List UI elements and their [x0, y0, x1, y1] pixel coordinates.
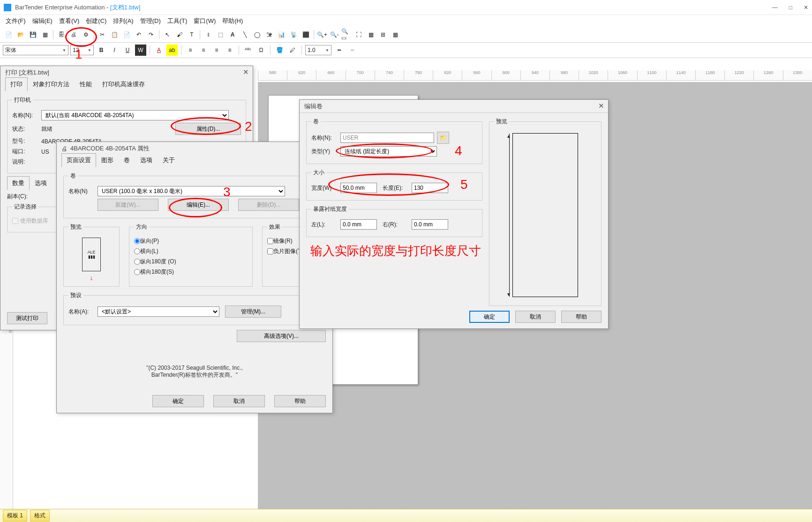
justify-icon[interactable]: ≡ — [224, 45, 235, 56]
editroll-browse-button[interactable]: 📁 — [437, 132, 449, 144]
right-input[interactable] — [412, 219, 448, 230]
printer-name-select[interactable]: 默认(当前 4BARCODE 4B-2054TA) — [41, 110, 229, 120]
menu-view[interactable]: 查看(V) — [56, 15, 82, 27]
pointer-icon[interactable]: ↖ — [162, 29, 173, 40]
brush-icon[interactable]: 🖌 — [174, 29, 185, 40]
grid-icon[interactable]: ▦ — [390, 29, 401, 40]
manage-preset-button[interactable]: 管理(M)... — [225, 306, 281, 318]
menu-create[interactable]: 创建(C) — [83, 15, 109, 27]
open-icon[interactable]: 📂 — [15, 29, 26, 40]
inverse-icon[interactable]: W — [135, 45, 146, 56]
align-left-icon[interactable]: ≡ — [185, 45, 196, 56]
roll-close-button[interactable]: ✕ — [598, 102, 604, 110]
menu-file[interactable]: 文件(F) — [3, 15, 29, 27]
roll-ok-button[interactable]: 确定 — [469, 311, 510, 323]
prop-tab-about[interactable]: 关于 — [158, 153, 180, 167]
preview-icon[interactable]: ▦ — [39, 29, 51, 40]
underline-icon[interactable]: U — [122, 45, 133, 56]
prop-ok-button[interactable]: 确定 — [152, 395, 204, 407]
highlight-icon[interactable]: ab — [166, 45, 178, 56]
paste-icon[interactable]: 📄 — [121, 29, 132, 40]
prop-tab-roll[interactable]: 卷 — [119, 153, 135, 167]
prop-tab-page[interactable]: 页面设置 — [61, 153, 96, 167]
text-tool-icon[interactable]: T — [186, 29, 197, 40]
editroll-type-select[interactable]: 连续纸 (固定长度) — [340, 146, 437, 157]
edit-roll-button[interactable]: 编辑(E)... — [168, 199, 229, 211]
line-style-icon[interactable]: ━ — [333, 45, 345, 56]
line-icon[interactable]: ╲ — [239, 29, 250, 40]
format-tab[interactable]: 格式 — [30, 510, 50, 522]
close-button[interactable]: ✕ — [804, 4, 808, 11]
copy-icon[interactable]: 📋 — [109, 29, 120, 40]
undo-icon[interactable]: ↶ — [133, 29, 144, 40]
encode-icon[interactable]: ⬛ — [300, 29, 311, 40]
fill-icon[interactable]: 🪣 — [274, 45, 285, 56]
menu-tools[interactable]: 工具(T) — [165, 15, 190, 27]
print-tab-object[interactable]: 对象打印方法 — [28, 77, 75, 91]
printer-properties-button[interactable]: 属性(D)... — [175, 123, 241, 135]
zoom-out-icon[interactable]: 🔍- — [329, 29, 340, 40]
image-icon[interactable]: 🏜 — [263, 29, 275, 40]
left-input[interactable] — [340, 219, 377, 230]
negative-checkbox[interactable] — [267, 248, 273, 254]
menu-edit[interactable]: 编辑(E) — [30, 15, 55, 27]
redo-icon[interactable]: ↷ — [145, 29, 157, 40]
print-tab-performance[interactable]: 性能 — [75, 77, 97, 91]
cut-icon[interactable]: ✂ — [97, 29, 108, 40]
align-center-icon[interactable]: ≡ — [198, 45, 209, 56]
fit-icon[interactable]: ⛶ — [353, 29, 364, 40]
align-right-icon[interactable]: ≡ — [211, 45, 222, 56]
prop-tab-options[interactable]: 选项 — [135, 153, 158, 167]
antenna-icon[interactable]: 📡 — [288, 29, 299, 40]
template-tab[interactable]: 模板 1 — [3, 510, 27, 522]
symbol-icon[interactable]: Ω — [256, 45, 267, 56]
quantity-tab[interactable]: 数量 — [7, 176, 30, 190]
print-icon[interactable]: 🖨 — [68, 29, 79, 40]
mirror-checkbox[interactable] — [267, 238, 273, 244]
database-icon[interactable]: 🗄 — [56, 29, 67, 40]
font-family-combo[interactable]: 宋体▼ — [3, 45, 68, 55]
snap-icon[interactable]: ⊞ — [377, 29, 389, 40]
menu-help[interactable]: 帮助(H) — [219, 15, 246, 27]
shape-icon[interactable]: ◯ — [251, 29, 263, 40]
print-close-button[interactable]: ✕ — [243, 68, 249, 76]
print-tab-print[interactable]: 打印 — [5, 77, 28, 91]
prop-help-button[interactable]: 帮助 — [274, 395, 326, 407]
zoom-area-icon[interactable]: 🔍▭ — [341, 29, 352, 40]
orient-landscape180[interactable] — [134, 269, 140, 275]
advanced-options-button[interactable]: 高级选项(V)... — [237, 330, 326, 342]
orient-landscape[interactable] — [134, 248, 140, 254]
roll-name-select[interactable]: USER (100.0 毫米 x 180.0 毫米) — [98, 186, 285, 196]
new-icon[interactable]: 📄 — [3, 29, 14, 40]
bold-icon[interactable]: B — [96, 45, 107, 56]
line-color-icon[interactable]: 🖊 — [287, 45, 298, 56]
dash-style-icon[interactable]: ┄ — [346, 45, 358, 56]
maximize-button[interactable]: □ — [789, 4, 792, 11]
chart-icon[interactable]: 📊 — [276, 29, 287, 40]
barcode-icon[interactable]: ⦀ — [203, 29, 214, 40]
zoom-100-icon[interactable]: ▦ — [365, 29, 376, 40]
roll-help-button[interactable]: 帮助 — [561, 311, 601, 323]
font-color-icon[interactable]: A — [153, 45, 165, 56]
orient-portrait180[interactable] — [134, 259, 140, 265]
orient-portrait[interactable] — [134, 238, 140, 244]
menu-window[interactable]: 窗口(W) — [191, 15, 218, 27]
prop-cancel-button[interactable]: 取消 — [213, 395, 265, 407]
menu-arrange[interactable]: 排列(A) — [110, 15, 136, 27]
roll-cancel-button[interactable]: 取消 — [515, 311, 556, 323]
zoom-in-icon[interactable]: 🔍+ — [316, 29, 328, 40]
line-weight-combo[interactable]: 1.0▼ — [305, 45, 331, 55]
test-print-button[interactable]: 测试打印 — [7, 312, 47, 324]
printer-setup-icon[interactable]: ⚙ — [80, 29, 91, 40]
italic-icon[interactable]: I — [109, 45, 120, 56]
spellcheck-icon[interactable]: ᴬᴮᶜ — [242, 45, 254, 56]
preset-select[interactable]: <默认设置> — [98, 306, 219, 317]
length-input[interactable] — [412, 183, 448, 193]
save-icon[interactable]: 💾 — [27, 29, 38, 40]
width-input[interactable] — [340, 183, 377, 193]
text-icon[interactable]: A — [227, 29, 238, 40]
prop-tab-graphics[interactable]: 图形 — [96, 153, 119, 167]
menu-manage[interactable]: 管理(D) — [137, 15, 164, 27]
rfid-icon[interactable]: ⬚ — [215, 29, 226, 40]
print-tab-cache[interactable]: 打印机高速缓存 — [97, 77, 150, 91]
